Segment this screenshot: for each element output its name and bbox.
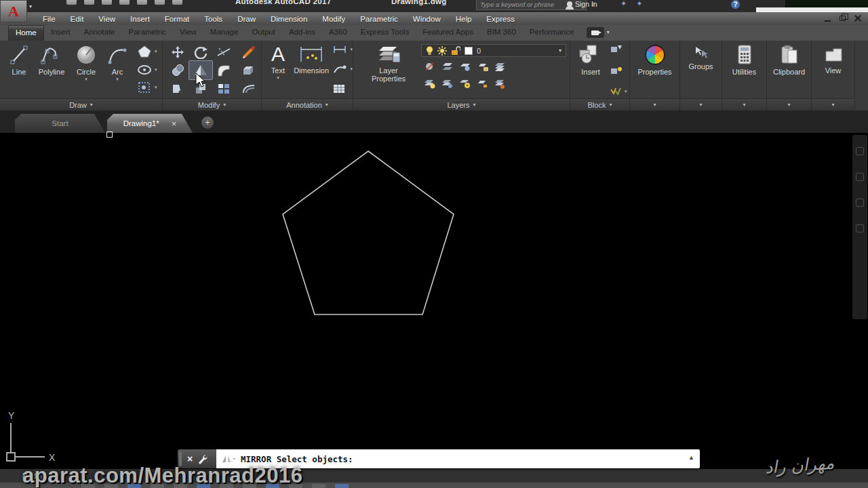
panel-properties[interactable]: Properties ▾ xyxy=(630,41,680,110)
panel-label-annotation[interactable]: Annotation ▾ xyxy=(262,98,353,110)
navbar-orbit-icon[interactable] xyxy=(856,224,864,232)
leader-icon[interactable] xyxy=(332,64,347,74)
panel-utilities[interactable]: Utilities ▾ xyxy=(722,41,767,110)
ribbon-tab[interactable]: Performance xyxy=(523,25,581,41)
text-button[interactable]: A Text ▾ xyxy=(264,41,292,98)
print-icon[interactable] xyxy=(137,0,147,5)
panel-groups[interactable]: Groups ▾ xyxy=(680,41,722,110)
ribbon-tab[interactable]: Manage xyxy=(203,25,245,41)
layer-current-icon[interactable] xyxy=(474,75,492,92)
panel-clipboard[interactable]: Clipboard ▾ xyxy=(767,41,812,110)
explode-icon[interactable] xyxy=(235,61,262,79)
layer-on-tool-icon[interactable] xyxy=(421,75,439,92)
panel-label-modify[interactable]: Modify ▾ xyxy=(163,98,261,110)
rotate-icon[interactable] xyxy=(189,43,212,61)
application-menu-caret-icon[interactable]: ▾ xyxy=(29,3,32,9)
table-icon[interactable] xyxy=(332,83,346,94)
layer-lock-tool-icon[interactable] xyxy=(474,58,492,75)
erase-icon[interactable] xyxy=(235,43,262,61)
menu-item[interactable]: Parametric xyxy=(353,15,406,23)
arc-button[interactable]: Arc ▾ xyxy=(103,41,132,98)
menu-item[interactable]: Express xyxy=(479,15,522,23)
layer-dropdown-caret-icon[interactable]: ▾ xyxy=(559,47,561,54)
linear-dimension-icon[interactable] xyxy=(332,45,347,54)
ribbon-tab[interactable]: Output xyxy=(245,25,282,41)
redo-icon[interactable] xyxy=(172,0,182,5)
tab-close-icon[interactable]: × xyxy=(172,119,177,129)
application-menu-button[interactable]: A xyxy=(0,0,27,22)
ribbon-tab[interactable]: Featured Apps xyxy=(416,25,480,41)
record-caret-icon[interactable]: ▾ xyxy=(607,29,610,41)
command-history-caret-icon[interactable]: ▲ xyxy=(688,454,694,461)
menu-item[interactable]: View xyxy=(91,15,123,23)
line-button[interactable]: Line xyxy=(4,41,34,98)
navbar-pan-icon[interactable] xyxy=(856,173,864,181)
copy-icon[interactable] xyxy=(166,61,189,79)
stretch-icon[interactable] xyxy=(166,79,189,98)
ribbon-tab[interactable]: Annotate xyxy=(77,25,121,41)
layer-dropdown[interactable]: 0 ▾ xyxy=(421,44,566,57)
offset-icon[interactable] xyxy=(235,79,262,98)
layer-unlock-icon[interactable] xyxy=(456,75,474,92)
saveas-icon[interactable] xyxy=(119,0,130,5)
panel-label-layers[interactable]: Layers ▾ xyxy=(353,98,570,110)
command-customize-icon[interactable] xyxy=(198,454,208,464)
ribbon-tab[interactable]: Express Tools xyxy=(354,25,416,41)
layer-properties-button[interactable]: Layer Properties xyxy=(363,41,414,98)
panel-label-draw[interactable]: Draw ▾ xyxy=(0,98,162,110)
menu-item[interactable]: Window xyxy=(406,15,448,23)
layer-state-icon[interactable] xyxy=(492,75,509,92)
layer-thaw-icon[interactable] xyxy=(439,75,456,92)
menu-item[interactable]: Tools xyxy=(197,15,230,23)
ribbon-tab[interactable]: Add-ins xyxy=(282,25,322,41)
navbar-zoom-icon[interactable] xyxy=(856,199,864,207)
polyline-button[interactable]: Polyline xyxy=(34,41,69,98)
menu-item[interactable]: Help xyxy=(448,15,479,23)
minimize-icon[interactable] xyxy=(825,20,831,22)
trim-icon[interactable] xyxy=(212,43,235,61)
layer-freeze-tool-icon[interactable] xyxy=(456,58,474,75)
block-editor-icon[interactable]: ▾ xyxy=(610,87,627,96)
navbar-wheel-icon[interactable] xyxy=(856,147,864,155)
record-icon[interactable] xyxy=(587,27,604,38)
ribbon-tab[interactable]: Parametric xyxy=(122,25,174,41)
new-icon[interactable] xyxy=(66,0,77,5)
help-icon[interactable]: ? xyxy=(731,0,740,9)
tab-start[interactable]: Start xyxy=(15,114,105,133)
menu-item[interactable]: Format xyxy=(157,15,197,23)
polygon-icon[interactable] xyxy=(137,45,152,58)
layer-isolate-icon[interactable] xyxy=(439,58,456,75)
ellipse-icon[interactable] xyxy=(137,64,152,76)
tab-drawing1[interactable]: Drawing1* × xyxy=(107,114,193,133)
save-icon[interactable] xyxy=(102,0,112,5)
edit-block-icon[interactable] xyxy=(610,44,627,54)
ribbon-tab[interactable]: BIM 360 xyxy=(480,25,523,41)
hatch-icon[interactable] xyxy=(137,81,152,94)
move-icon[interactable] xyxy=(166,43,189,61)
new-tab-icon[interactable]: + xyxy=(201,117,214,129)
panel-view[interactable]: View ▾ xyxy=(812,41,855,110)
dimension-button[interactable]: Dimension xyxy=(292,41,332,98)
layer-match-icon[interactable] xyxy=(492,58,509,75)
panel-label-block[interactable]: Block ▾ xyxy=(570,98,629,110)
layer-off-icon[interactable] xyxy=(421,58,439,75)
navigation-bar[interactable] xyxy=(852,135,867,319)
ribbon-tab[interactable]: Insert xyxy=(44,25,77,41)
menu-item[interactable]: Insert xyxy=(123,15,157,23)
open-icon[interactable] xyxy=(84,0,94,5)
undo-icon[interactable] xyxy=(155,0,165,5)
command-close-icon[interactable]: × xyxy=(187,453,193,464)
menu-item[interactable]: File xyxy=(35,15,63,23)
signin-button[interactable]: Sign In xyxy=(567,0,597,8)
circle-button[interactable]: Circle ▾ xyxy=(69,41,103,98)
ribbon-tab[interactable]: Home xyxy=(8,25,44,41)
insert-button[interactable]: Insert xyxy=(573,41,608,98)
drawing-canvas[interactable]: Y X xyxy=(0,133,868,469)
menu-item[interactable]: Dimension xyxy=(263,15,315,23)
menu-item[interactable]: Draw xyxy=(230,15,263,23)
array-icon[interactable] xyxy=(212,79,235,98)
restore-icon[interactable] xyxy=(840,16,846,21)
menu-item[interactable]: Modify xyxy=(315,15,353,23)
menu-item[interactable]: Edit xyxy=(63,15,92,23)
close-icon[interactable] xyxy=(854,15,861,22)
